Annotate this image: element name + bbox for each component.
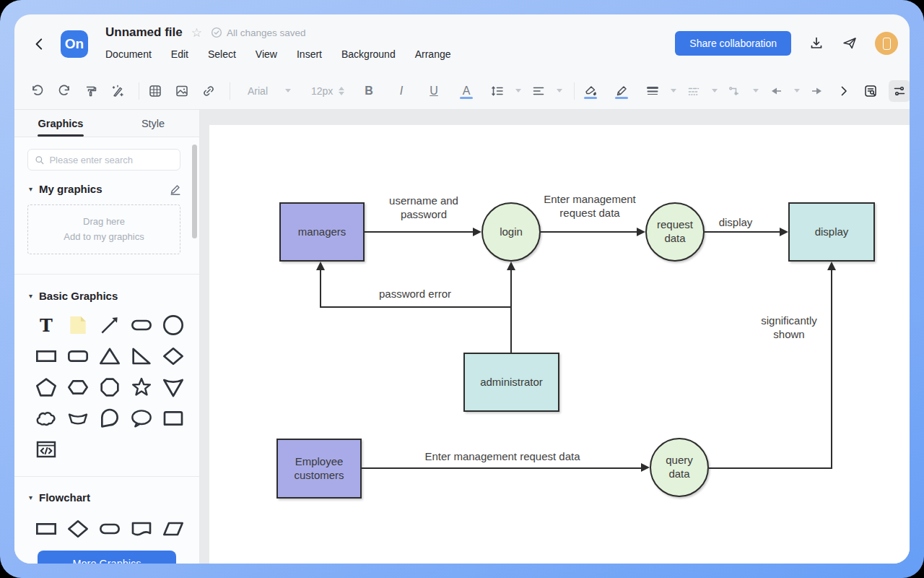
magic-pen-icon[interactable] xyxy=(109,82,126,100)
arrow-end-icon[interactable] xyxy=(808,82,826,100)
edge-query-display-h[interactable] xyxy=(709,467,832,469)
node-employee-customers[interactable]: Employee customers xyxy=(276,439,362,499)
send-icon[interactable] xyxy=(842,35,858,51)
italic-button[interactable]: I xyxy=(393,82,410,100)
menu-edit[interactable]: Edit xyxy=(171,48,188,60)
edit-pencil-icon[interactable] xyxy=(169,183,182,196)
menu-insert[interactable]: Insert xyxy=(297,48,322,60)
edge-label-display[interactable]: display xyxy=(714,216,757,230)
edge-password-error-h[interactable] xyxy=(320,306,512,308)
drag-drop-zone[interactable]: Drag here Add to my graphics xyxy=(27,204,180,254)
shape-pentagon-icon[interactable] xyxy=(33,374,59,400)
sidebar-scrollbar[interactable] xyxy=(192,144,197,238)
shape-octagon-icon[interactable] xyxy=(97,374,123,400)
image-icon[interactable] xyxy=(173,82,191,100)
node-request-data[interactable]: request data xyxy=(645,202,705,262)
canvas-page[interactable]: managers login request data display admi… xyxy=(209,125,910,564)
line-style-icon[interactable] xyxy=(685,82,702,100)
edge-label-enter-management[interactable]: Enter management request data xyxy=(532,193,648,220)
menu-view[interactable]: View xyxy=(256,48,277,60)
shape-rectangle-icon[interactable] xyxy=(33,343,59,369)
edge-employee-query[interactable] xyxy=(362,467,641,469)
tab-style[interactable]: Style xyxy=(107,110,199,137)
toolbar-more-icon[interactable] xyxy=(835,82,853,100)
link-icon[interactable] xyxy=(200,82,217,100)
menu-document[interactable]: Document xyxy=(105,48,152,60)
text-align-icon[interactable] xyxy=(530,82,547,100)
shape-rounded-rectangle-icon[interactable] xyxy=(65,343,91,369)
shape-diamond-icon[interactable] xyxy=(160,343,186,369)
font-family-select[interactable]: Arial xyxy=(248,85,282,97)
collapse-caret-icon[interactable]: ▾ xyxy=(29,292,32,300)
line-spacing-icon[interactable] xyxy=(489,82,506,100)
bold-button[interactable]: B xyxy=(360,82,378,100)
file-name[interactable]: Unnamed file xyxy=(105,25,183,40)
shape-triangle-icon[interactable] xyxy=(97,343,123,369)
collapse-caret-icon[interactable]: ▾ xyxy=(29,185,32,193)
edge-login-request[interactable] xyxy=(541,231,637,233)
shape-process-icon[interactable] xyxy=(33,516,59,542)
stroke-color-icon[interactable] xyxy=(613,82,630,100)
shape-cloud-icon[interactable] xyxy=(33,405,59,431)
avatar[interactable] xyxy=(875,32,898,55)
shape-teardrop-icon[interactable] xyxy=(97,405,123,431)
search-input[interactable] xyxy=(49,155,173,165)
menu-background[interactable]: Background xyxy=(341,48,396,60)
font-size-stepper[interactable] xyxy=(339,87,344,95)
shape-card-icon[interactable] xyxy=(160,405,186,431)
shape-text-icon[interactable]: T xyxy=(33,312,59,338)
collapse-caret-icon[interactable]: ▾ xyxy=(29,493,32,501)
app-logo[interactable]: On xyxy=(61,30,88,58)
underline-button[interactable]: U xyxy=(425,82,443,100)
shape-sticky-note-icon[interactable] xyxy=(65,312,91,338)
edge-label-enter-management-bottom[interactable]: Enter management request data xyxy=(419,450,585,464)
tab-graphics[interactable]: Graphics xyxy=(14,110,107,137)
shape-circle-icon[interactable] xyxy=(160,312,186,338)
star-icon[interactable]: ☆ xyxy=(191,27,202,39)
flowchart-header[interactable]: ▾ Flowchart xyxy=(29,491,90,504)
edge-label-significantly-shown[interactable]: significantly shown xyxy=(749,314,829,342)
table-icon[interactable] xyxy=(147,82,164,100)
shape-right-triangle-icon[interactable] xyxy=(128,343,154,369)
undo-icon[interactable] xyxy=(29,82,46,100)
shape-decision-icon[interactable] xyxy=(65,516,91,542)
edge-managers-login[interactable] xyxy=(365,231,473,233)
node-managers[interactable]: managers xyxy=(279,202,365,262)
menu-select[interactable]: Select xyxy=(208,48,236,60)
line-weight-icon[interactable] xyxy=(644,82,661,100)
shape-star-icon[interactable] xyxy=(128,374,154,400)
edge-password-error-v[interactable] xyxy=(320,270,321,306)
doc-search-icon[interactable] xyxy=(862,82,879,100)
shape-hexagon-icon[interactable] xyxy=(65,374,91,400)
shape-arrow-icon[interactable] xyxy=(97,312,123,338)
node-display[interactable]: display xyxy=(788,202,875,262)
edge-request-display[interactable] xyxy=(705,231,780,233)
fill-color-icon[interactable] xyxy=(582,82,599,100)
basic-graphics-header[interactable]: ▾ Basic Graphics xyxy=(29,290,118,302)
connector-type-icon[interactable] xyxy=(726,82,744,100)
edge-label-password-error[interactable]: password error xyxy=(372,288,458,301)
back-icon[interactable] xyxy=(32,36,48,52)
shape-speech-bubble-icon[interactable] xyxy=(128,405,154,431)
share-collaboration-button[interactable]: Share collaboration xyxy=(675,31,791,56)
download-icon[interactable] xyxy=(808,35,824,51)
shape-cone-icon[interactable] xyxy=(160,374,186,400)
format-painter-icon[interactable] xyxy=(82,82,100,100)
node-administrator[interactable]: administrator xyxy=(463,353,559,412)
font-size-select[interactable]: 12px xyxy=(311,85,336,97)
font-color-button[interactable]: A xyxy=(458,82,475,100)
shape-code-block-icon[interactable] xyxy=(33,436,59,462)
redo-icon[interactable] xyxy=(56,82,73,100)
my-graphics-header[interactable]: ▾ My graphics xyxy=(29,183,103,195)
settings-sliders-icon[interactable] xyxy=(889,80,910,102)
shape-parallelogram-icon[interactable] xyxy=(160,516,186,542)
edge-administrator-login[interactable] xyxy=(510,270,512,353)
shape-terminator-icon[interactable] xyxy=(97,516,123,542)
edge-query-display-v[interactable] xyxy=(831,270,832,468)
node-query-data[interactable]: query data xyxy=(650,438,709,497)
shape-stadium-icon[interactable] xyxy=(128,312,154,338)
arrow-start-icon[interactable] xyxy=(767,82,785,100)
more-graphics-button[interactable]: More Graphics xyxy=(38,551,176,564)
menu-arrange[interactable]: Arrange xyxy=(415,48,451,60)
edge-label-username-password[interactable]: username and password xyxy=(370,194,478,222)
